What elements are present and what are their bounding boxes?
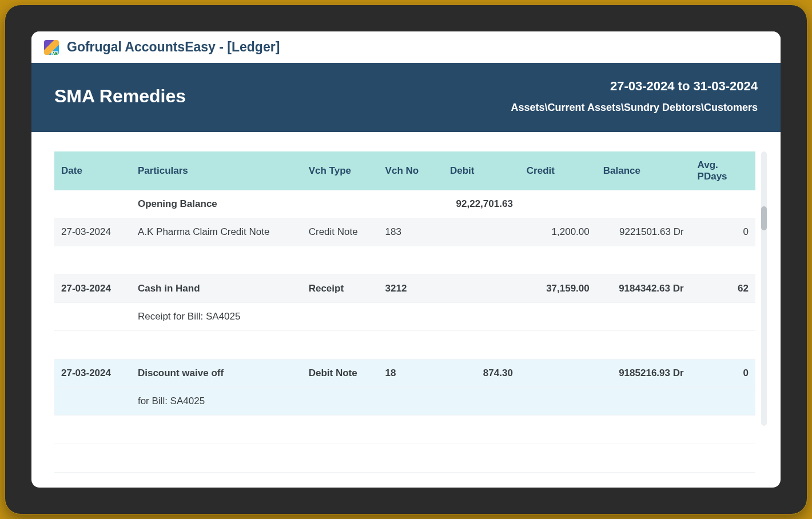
titlebar: AE Gofrugal AccountsEasy - [Ledger] (31, 31, 781, 63)
ledger-table-wrap: Date Particulars Vch Type Vch No Debit C… (54, 151, 767, 488)
cell-vch-no (379, 388, 443, 416)
cell-balance: 9185216.93 Dr (596, 360, 691, 388)
ledger-header-row: Date Particulars Vch Type Vch No Debit C… (54, 151, 755, 190)
table-row[interactable]: 27-03-2024A.K Pharma Claim Credit NoteCr… (54, 218, 755, 246)
content-area: Date Particulars Vch Type Vch No Debit C… (31, 132, 781, 488)
cell-vch-type (302, 388, 379, 416)
cell-balance (596, 190, 691, 218)
empty-cell (54, 331, 755, 360)
cell-balance (596, 303, 691, 331)
table-row[interactable]: Opening Balance92,22,701.63 (54, 190, 755, 218)
table-row[interactable]: Receipt for Bill: SA4025 (54, 303, 755, 331)
app-title: Gofrugal AccountsEasy - [Ledger] (67, 39, 280, 55)
cell-balance: 9221501.63 Dr (596, 218, 691, 246)
breadcrumb: Assets\Current Assets\Sundry Debtors\Cus… (511, 102, 758, 114)
cell-credit: 37,159.00 (520, 275, 596, 303)
cell-particulars: Opening Balance (131, 190, 302, 218)
cell-balance (596, 388, 691, 416)
empty-cell (54, 416, 755, 444)
table-row (54, 331, 755, 360)
cell-credit (520, 388, 596, 416)
cell-vch-no (379, 303, 443, 331)
col-debit[interactable]: Debit (443, 151, 520, 190)
cell-credit (520, 190, 596, 218)
date-range: 27-03-2024 to 31-03-2024 (511, 79, 758, 94)
table-row (54, 444, 755, 473)
empty-cell (54, 246, 755, 275)
cell-vch-no: 183 (379, 218, 443, 246)
cell-debit (443, 218, 520, 246)
cell-vch-type: Credit Note (302, 218, 379, 246)
cell-avg-pdays: 0 (691, 360, 755, 388)
page-header: SMA Remedies 27-03-2024 to 31-03-2024 As… (31, 63, 781, 132)
cell-debit (443, 388, 520, 416)
cell-credit: 1,200.00 (520, 218, 596, 246)
page-title: SMA Remedies (54, 86, 186, 107)
ledger-table: Date Particulars Vch Type Vch No Debit C… (54, 151, 755, 473)
col-date[interactable]: Date (54, 151, 131, 190)
cell-date (54, 190, 131, 218)
cell-date (54, 303, 131, 331)
cell-particulars: for Bill: SA4025 (131, 388, 302, 416)
cell-particulars: Cash in Hand (131, 275, 302, 303)
cell-date (54, 388, 131, 416)
col-avg-pdays[interactable]: Avg. PDays (691, 151, 755, 190)
col-vch-no[interactable]: Vch No (379, 151, 443, 190)
col-credit[interactable]: Credit (520, 151, 596, 190)
empty-cell (54, 444, 755, 473)
cell-particulars: Discount waive off (131, 360, 302, 388)
cell-credit (520, 360, 596, 388)
table-row[interactable]: 27-03-2024Cash in HandReceipt321237,159.… (54, 275, 755, 303)
header-right: 27-03-2024 to 31-03-2024 Assets\Current … (511, 79, 758, 114)
scrollbar-thumb[interactable] (761, 206, 767, 230)
cell-vch-no: 18 (379, 360, 443, 388)
cell-date: 27-03-2024 (54, 275, 131, 303)
cell-balance: 9184342.63 Dr (596, 275, 691, 303)
cell-vch-type (302, 303, 379, 331)
cell-debit (443, 275, 520, 303)
cell-avg-pdays: 62 (691, 275, 755, 303)
col-balance[interactable]: Balance (596, 151, 691, 190)
table-row (54, 416, 755, 444)
cell-vch-no: 3212 (379, 275, 443, 303)
ledger-body: Opening Balance92,22,701.6327-03-2024A.K… (54, 190, 755, 473)
cell-avg-pdays: 0 (691, 218, 755, 246)
scrollbar-track[interactable] (761, 151, 767, 426)
table-row[interactable]: 27-03-2024Discount waive offDebit Note18… (54, 360, 755, 388)
cell-avg-pdays (691, 388, 755, 416)
col-particulars[interactable]: Particulars (131, 151, 302, 190)
app-icon-label: AE (51, 51, 58, 55)
cell-debit: 92,22,701.63 (443, 190, 520, 218)
cell-vch-type (302, 190, 379, 218)
cell-particulars: Receipt for Bill: SA4025 (131, 303, 302, 331)
cell-avg-pdays (691, 190, 755, 218)
device-frame: AE Gofrugal AccountsEasy - [Ledger] SMA … (5, 5, 807, 514)
app-icon: AE (44, 40, 59, 55)
cell-debit: 874.30 (443, 360, 520, 388)
cell-date: 27-03-2024 (54, 360, 131, 388)
cell-vch-no (379, 190, 443, 218)
table-row (54, 246, 755, 275)
cell-vch-type: Receipt (302, 275, 379, 303)
cell-avg-pdays (691, 303, 755, 331)
cell-credit (520, 303, 596, 331)
app-window: AE Gofrugal AccountsEasy - [Ledger] SMA … (31, 31, 781, 488)
cell-particulars: A.K Pharma Claim Credit Note (131, 218, 302, 246)
table-row[interactable]: for Bill: SA4025 (54, 388, 755, 416)
col-vch-type[interactable]: Vch Type (302, 151, 379, 190)
cell-vch-type: Debit Note (302, 360, 379, 388)
cell-debit (443, 303, 520, 331)
cell-date: 27-03-2024 (54, 218, 131, 246)
